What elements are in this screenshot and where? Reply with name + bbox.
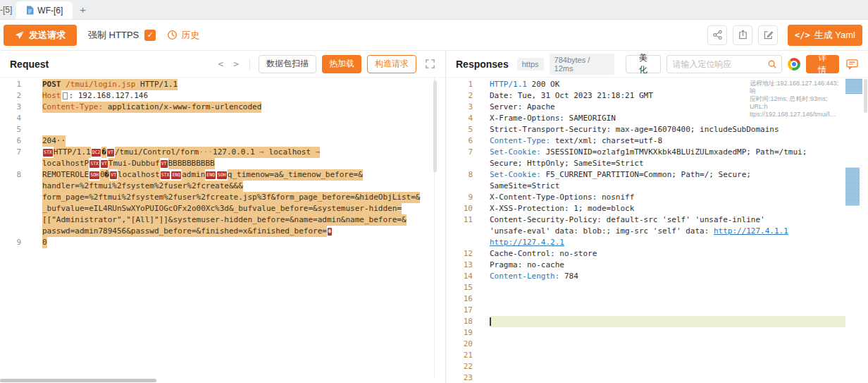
line-content: Server: Apache	[490, 102, 845, 113]
response-line-1[interactable]: 1HTTP/1.1 200 OK	[446, 79, 868, 90]
next-packet-button[interactable]: >	[231, 59, 241, 69]
response-line-11-3[interactable]: http://127.4.2.1	[446, 237, 868, 248]
request-hscrollbar-thumb[interactable]	[0, 379, 156, 382]
response-line-5[interactable]: 5Strict-Transport-Security: max-age=1607…	[446, 124, 868, 135]
edit-button[interactable]	[758, 25, 778, 45]
response-line-18[interactable]: 18	[446, 316, 868, 327]
response-line-3[interactable]: 3Server: Apache	[446, 102, 868, 113]
response-line-10[interactable]: 10X-XSS-Protection: 1; mode=block	[446, 203, 868, 214]
control-char-badge: VT	[110, 171, 117, 179]
packet-scan-button[interactable]: 数据包扫描	[259, 55, 316, 73]
response-editor[interactable]: 1HTTP/1.1 200 OK2Date: Tue, 31 Oct 2023 …	[446, 78, 868, 383]
request-line-5[interactable]: 5	[0, 124, 445, 135]
response-line-9[interactable]: 9X-Content-Type-Options: nosniff	[446, 192, 868, 203]
code-segment: handler=%2ftmui%2fsystem%2fuser%2fcreate…	[42, 181, 243, 192]
response-line-13[interactable]: 13Pragma: no-cache	[446, 260, 868, 271]
line-content	[490, 282, 845, 293]
search-input[interactable]	[673, 59, 764, 69]
code-segment: http://127.4.2.1	[490, 237, 564, 248]
code-segment: 204··	[42, 135, 66, 147]
line-number: 9	[0, 237, 21, 248]
response-line-20[interactable]: 20	[446, 339, 868, 350]
request-line-1[interactable]: 1POST /tmui/login.jsp HTTP/1.1	[0, 79, 445, 90]
request-vscrollbar-thumb[interactable]	[433, 80, 437, 172]
line-content: X-Frame-Options: SAMEORIGIN	[490, 113, 845, 124]
request-editor[interactable]: 1POST /tmui/login.jsp HTTP/1.12Host: 192…	[0, 78, 445, 383]
force-https-checkbox[interactable]: ✓	[144, 30, 156, 41]
minimap[interactable]	[845, 79, 862, 206]
line-number: 17	[446, 305, 473, 316]
control-char-badge: STX	[161, 171, 170, 179]
response-line-22[interactable]: 22	[446, 361, 868, 372]
response-line-16[interactable]: 16	[446, 293, 868, 305]
history-button[interactable]: 历史	[167, 29, 199, 42]
response-vscrollbar-thumb[interactable]	[864, 79, 867, 113]
search-icon[interactable]	[767, 59, 777, 69]
response-header: Responses https 784bytes / 12ms 美化 详情	[446, 51, 868, 78]
beautify-button[interactable]: 美化	[626, 55, 660, 73]
prev-packet-button[interactable]: <	[216, 59, 225, 69]
code-segment: REMOTEROLE	[42, 169, 89, 181]
response-line-8-1[interactable]: 8Set-Cookie: F5_CURRENT_PARTITION=Common…	[446, 169, 868, 181]
line-number: 15	[446, 282, 473, 293]
share-button[interactable]	[707, 25, 727, 45]
request-line-8-2[interactable]: handler=%2ftmui%2fsystem%2fuser%2fcreate…	[0, 181, 445, 192]
send-request-label: 发送请求	[29, 29, 66, 42]
response-line-15[interactable]: 15	[446, 282, 868, 293]
response-line-19[interactable]: 19	[446, 327, 868, 339]
response-line-12[interactable]: 12Cache-Control: no-store	[446, 248, 868, 260]
request-line-8-4[interactable]: _bufvalue=eIL4RUnSwXYoPUIOGcOFx2o00Xc%3d…	[0, 203, 445, 214]
request-line-8-3[interactable]: form_page=%2ftmui%2fsystem%2fuser%2fcrea…	[0, 192, 445, 203]
response-line-11-1[interactable]: 11Content-Security-Policy: default-src '…	[446, 214, 868, 226]
request-line-3[interactable]: 3Content-Type: application/x-www-form-ur…	[0, 102, 445, 113]
response-line-4[interactable]: 4X-Frame-Options: SAMEORIGIN	[446, 113, 868, 124]
open-in-browser-icon[interactable]	[788, 58, 800, 71]
tab-active[interactable]: WF-[6]	[16, 1, 73, 19]
response-line-14[interactable]: 14Content-Length: 784	[446, 271, 868, 282]
response-line-8-2[interactable]: SameSite=Strict	[446, 181, 868, 192]
response-line-7-1[interactable]: 7Set-Cookie: JSESSIONID=ozlafg1mTMVKXkbk…	[446, 147, 868, 158]
request-line-2[interactable]: 2Host: 192.168.127.146	[0, 90, 445, 102]
response-line-21[interactable]: 21	[446, 350, 868, 361]
construct-request-button[interactable]: 构造请求	[367, 55, 416, 73]
code-segment: 0�	[100, 169, 109, 181]
minimap-block	[845, 79, 862, 95]
response-line-17[interactable]: 17	[446, 305, 868, 316]
response-line-11-2[interactable]: 'unsafe-eval' data: blob:; img-src 'self…	[446, 226, 868, 237]
request-line-6[interactable]: 6204··	[0, 135, 445, 147]
new-tab-button[interactable]: +	[73, 0, 93, 19]
request-line-8-5[interactable]: [["Administrator","[All]"]]&systemuser-h…	[0, 214, 445, 226]
request-line-8-1[interactable]: 8REMOTEROLESOH0�VTlocalhostSTXENQadminEN…	[0, 169, 445, 181]
code-segment: 'unsafe-eval' data: blob:; img-src 'self…	[490, 226, 714, 237]
line-number: 13	[446, 260, 473, 271]
request-line-7-2[interactable]: localhostPSTXVTTmui-DubbufVTBBBBBBBBBB	[0, 158, 445, 169]
control-char-badge: STX	[43, 149, 53, 157]
line-content: Content-Type: text/xml; charset=utf-8	[490, 135, 845, 147]
request-line-4[interactable]: 4	[0, 113, 445, 124]
fullscreen-icon[interactable]	[425, 59, 435, 69]
line-content: 204··	[42, 135, 445, 147]
hot-reload-button[interactable]: 热加载	[322, 55, 361, 73]
code-segment: HTTP/1.1	[54, 147, 91, 158]
code-segment: form_page=%2ftmui%2fsystem%2fuser%2fcrea…	[42, 192, 420, 203]
generate-yaml-button[interactable]: </> 生成 Yaml	[788, 25, 862, 46]
send-request-button[interactable]: 发送请求	[4, 25, 77, 46]
details-button[interactable]: 详情	[806, 55, 839, 73]
code-segment: BBBBBBBBBB	[168, 158, 215, 169]
response-line-23[interactable]: 23	[446, 372, 868, 383]
response-line-7-2[interactable]: Secure; HttpOnly; SameSite=Strict	[446, 158, 868, 169]
request-line-9[interactable]: 90	[0, 237, 445, 248]
line-number: 2	[0, 90, 21, 102]
response-line-2[interactable]: 2Date: Tue, 31 Oct 2023 21:18:21 GMT	[446, 90, 868, 102]
code-segment: localhost	[269, 147, 311, 158]
export-button[interactable]	[733, 25, 752, 45]
code-segment: application/x-www-form-urlencoded	[103, 102, 261, 113]
request-line-8-6[interactable]: passwd=admin789456&passwd_before=&finish…	[0, 226, 445, 237]
code-segment: HTTP/1.1	[135, 79, 178, 90]
tab-previous[interactable]: -[5]	[0, 0, 16, 19]
comment-icon[interactable]	[846, 59, 858, 70]
code-segment: : 192.168.127.146	[69, 90, 149, 102]
request-line-7-1[interactable]: 7STXHTTP/1.1DC2�VT/tmui/Control/form···1…	[0, 147, 445, 158]
force-https-label: 强制 HTTPS	[88, 29, 139, 42]
response-line-6[interactable]: 6Content-Type: text/xml; charset=utf-8	[446, 135, 868, 147]
